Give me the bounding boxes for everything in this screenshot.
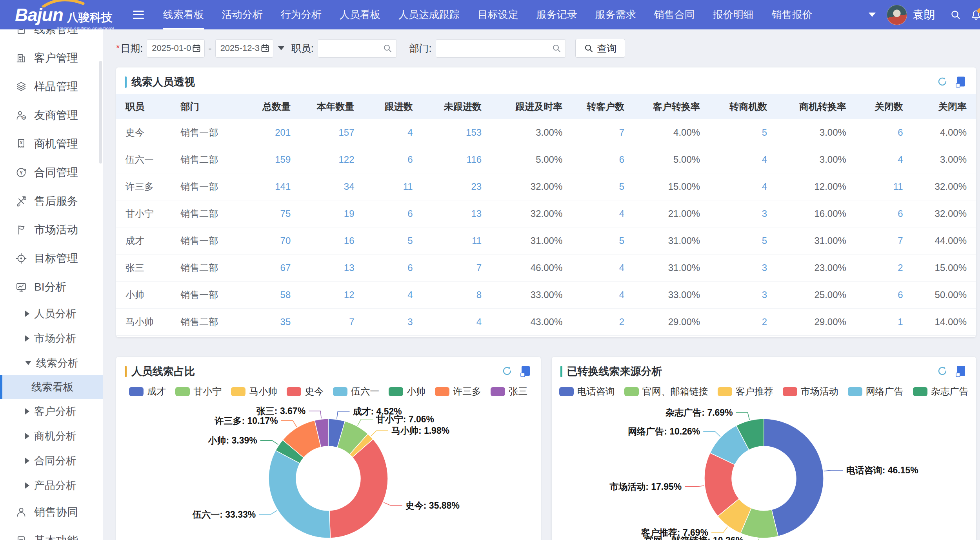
cell-link[interactable]: 4 [407, 127, 413, 138]
sidebar-item-18[interactable]: 产品分析 [0, 473, 103, 498]
cell-link[interactable]: 23 [471, 181, 482, 192]
legend-item[interactable]: 小帅 [389, 385, 425, 398]
cell-link[interactable]: 1 [898, 316, 903, 327]
sidebar-item-17[interactable]: 合同分析 [0, 448, 103, 473]
legend-item[interactable]: 史今 [287, 385, 324, 398]
notifications-bell-icon[interactable] [970, 9, 980, 21]
search-icon[interactable] [950, 9, 962, 21]
legend-item[interactable]: 杂志广告 [913, 385, 969, 398]
staff-search-value[interactable] [323, 43, 382, 53]
sidebar-item-6[interactable]: ¥合同管理 [0, 158, 103, 187]
cell-link[interactable]: 6 [898, 289, 903, 300]
sidebar-scrollbar[interactable] [99, 61, 102, 164]
sidebar-item-1[interactable]: 线索管理 [0, 29, 103, 44]
cell-link[interactable]: 35 [280, 316, 291, 327]
expand-view-icon[interactable] [520, 365, 531, 377]
sidebar-item-9[interactable]: 目标管理 [0, 244, 103, 273]
cell-link[interactable]: 6 [407, 262, 413, 273]
date-from-value[interactable] [152, 43, 192, 53]
cell-link[interactable]: 116 [467, 154, 482, 165]
cell-link[interactable]: 58 [280, 289, 291, 300]
legend-item[interactable]: 官网、邮箱链接 [624, 385, 708, 398]
legend-item[interactable]: 网络广告 [848, 385, 904, 398]
sidebar-item-16[interactable]: 商机分析 [0, 424, 103, 448]
expand-view-icon[interactable] [956, 76, 967, 88]
cell-link[interactable]: 153 [466, 127, 482, 138]
nav-item-1[interactable]: 线索看板 [154, 0, 213, 29]
cell-link[interactable]: 75 [280, 208, 291, 219]
cell-link[interactable]: 5 [762, 235, 767, 246]
legend-item[interactable]: 成才 [129, 385, 166, 398]
cell-link[interactable]: 4 [476, 316, 482, 327]
cell-link[interactable]: 2 [898, 262, 903, 273]
cell-link[interactable]: 5 [407, 235, 413, 246]
cell-link[interactable]: 12 [344, 289, 355, 300]
sidebar-item-7[interactable]: 售后服务 [0, 187, 103, 215]
dept-search-input[interactable] [436, 39, 566, 58]
sidebar-item-13[interactable]: 线索分析 [0, 351, 103, 375]
legend-item[interactable]: 马小帅 [231, 385, 277, 398]
cell-link[interactable]: 3 [762, 289, 767, 300]
cell-link[interactable]: 159 [275, 154, 291, 165]
legend-item[interactable]: 电话咨询 [559, 385, 615, 398]
expand-view-icon[interactable] [956, 365, 967, 377]
legend-item[interactable]: 张三 [491, 385, 527, 398]
cell-link[interactable]: 4 [762, 181, 767, 192]
cell-link[interactable]: 7 [619, 127, 624, 138]
cell-link[interactable]: 11 [403, 181, 413, 192]
cell-link[interactable]: 7 [349, 316, 354, 327]
cell-link[interactable]: 19 [344, 208, 355, 219]
sidebar-item-4[interactable]: vs友商管理 [0, 101, 103, 129]
nav-more-icon[interactable] [869, 13, 876, 17]
legend-item[interactable]: 伍六一 [333, 385, 379, 398]
nav-item-5[interactable]: 人员达成跟踪 [389, 0, 469, 29]
refresh-icon[interactable] [937, 76, 948, 88]
cell-link[interactable]: 5 [762, 127, 767, 138]
cell-link[interactable]: 13 [344, 262, 355, 273]
cell-link[interactable]: 3 [762, 262, 767, 273]
sidebar-item-5[interactable]: ¥商机管理 [0, 129, 103, 158]
cell-link[interactable]: 11 [893, 181, 903, 192]
user-avatar[interactable] [887, 5, 907, 25]
legend-item[interactable]: 市场活动 [783, 385, 838, 398]
cell-link[interactable]: 4 [619, 208, 624, 219]
cell-link[interactable]: 11 [472, 235, 482, 246]
cell-link[interactable]: 122 [339, 154, 355, 165]
nav-item-8[interactable]: 服务需求 [586, 0, 645, 29]
nav-item-7[interactable]: 服务记录 [527, 0, 586, 29]
cell-link[interactable]: 4 [619, 262, 624, 273]
cell-link[interactable]: 6 [619, 154, 624, 165]
nav-item-4[interactable]: 人员看板 [331, 0, 389, 29]
cell-link[interactable]: 7 [476, 262, 482, 273]
refresh-icon[interactable] [502, 365, 513, 377]
cell-link[interactable]: 5 [619, 181, 624, 192]
cell-link[interactable]: 67 [280, 262, 291, 273]
pie-slice[interactable] [329, 439, 388, 538]
cell-link[interactable]: 34 [344, 181, 355, 192]
cell-link[interactable]: 4 [407, 289, 413, 300]
nav-item-6[interactable]: 目标设定 [469, 0, 527, 29]
sidebar-item-19[interactable]: 销售协同 [0, 498, 103, 526]
nav-item-2[interactable]: 活动分析 [213, 0, 272, 29]
nav-item-11[interactable]: 销售报价 [763, 0, 822, 29]
nav-item-9[interactable]: 销售合同 [645, 0, 704, 29]
cell-link[interactable]: 3 [762, 208, 767, 219]
cell-link[interactable]: 2 [762, 316, 767, 327]
cell-link[interactable]: 70 [280, 235, 291, 246]
sidebar-item-20[interactable]: 基本功能 [0, 526, 103, 540]
date-to-value[interactable] [220, 43, 260, 53]
dept-search-value[interactable] [441, 43, 551, 53]
cell-link[interactable]: 8 [476, 289, 482, 300]
nav-item-10[interactable]: 报价明细 [704, 0, 763, 29]
menu-toggle-icon[interactable] [133, 11, 144, 19]
sidebar-item-11[interactable]: 人员分析 [0, 301, 103, 326]
search-icon[interactable] [382, 43, 393, 53]
legend-item[interactable]: 客户推荐 [718, 385, 773, 398]
cell-link[interactable]: 6 [898, 208, 903, 219]
cell-link[interactable]: 4 [619, 289, 624, 300]
legend-item[interactable]: 许三多 [435, 385, 481, 398]
search-icon[interactable] [551, 43, 562, 53]
cell-link[interactable]: 4 [898, 154, 903, 165]
cell-link[interactable]: 157 [339, 127, 355, 138]
sidebar-item-3[interactable]: 样品管理 [0, 72, 103, 101]
